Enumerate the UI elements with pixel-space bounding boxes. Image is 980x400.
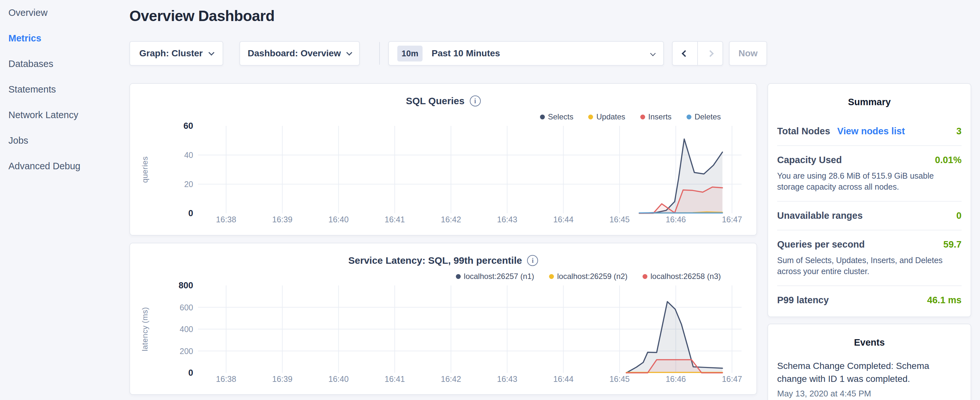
summary-panel-title: Summary [768, 84, 970, 107]
summary-row-label: Queries per second [777, 239, 865, 250]
event-text: Schema Change Completed: Schema change w… [777, 360, 932, 386]
chevron-left-icon [681, 50, 688, 57]
info-icon[interactable]: i [470, 96, 481, 107]
chart-title: Service Latency: SQL, 99th percentile [348, 255, 522, 266]
summary-row-label: Unavailable ranges [777, 210, 862, 221]
event-timestamp: May 13, 2020 at 4:45 PM [777, 389, 962, 399]
summary-row-total-nodes: Total Nodes View nodes list 3 [777, 117, 962, 146]
svg-text:16:45: 16:45 [609, 375, 630, 384]
summary-row-p99-latency: P99 latency 46.1 ms [777, 286, 962, 314]
svg-text:60: 60 [183, 121, 193, 131]
svg-text:16:44: 16:44 [553, 375, 574, 384]
svg-text:0: 0 [188, 368, 193, 378]
sidebar-item-metrics[interactable]: Metrics [0, 25, 129, 51]
overview-dashboard-page: Overview Metrics Databases Statements Ne… [0, 0, 980, 400]
sidebar: Overview Metrics Databases Statements Ne… [0, 0, 129, 400]
sidebar-item-advanced-debug[interactable]: Advanced Debug [0, 153, 129, 179]
svg-text:20: 20 [184, 180, 193, 189]
dashboard-dropdown-label: Dashboard: Overview [248, 48, 341, 59]
toolbar-divider [379, 42, 380, 65]
chevron-down-icon [650, 51, 656, 56]
svg-text:16:45: 16:45 [609, 215, 630, 224]
svg-text:16:41: 16:41 [385, 375, 405, 384]
time-pager [672, 41, 723, 66]
svg-text:400: 400 [180, 325, 193, 334]
summary-row-value: 3 [956, 126, 962, 137]
svg-text:16:38: 16:38 [216, 215, 237, 224]
svg-text:200: 200 [180, 347, 193, 356]
svg-text:16:38: 16:38 [216, 375, 237, 384]
graph-scope-dropdown-label: Graph: Cluster [139, 48, 202, 59]
time-range-dropdown[interactable]: 10m Past 10 Minutes [388, 41, 664, 66]
summary-row-unavailable-ranges: Unavailable ranges 0 [777, 202, 962, 230]
service-latency-chart-card: Service Latency: SQL, 99th percentile i … [129, 243, 757, 395]
chevron-down-icon [208, 49, 214, 55]
summary-row-label: P99 latency [777, 295, 829, 306]
summary-row-value: 46.1 ms [927, 295, 962, 306]
svg-text:600: 600 [180, 303, 193, 312]
svg-text:40: 40 [184, 150, 193, 159]
summary-panel: Summary Total Nodes View nodes list 3 Ca… [767, 83, 971, 317]
summary-row-description: You are using 28.6 MiB of 515.9 GiB usab… [777, 171, 962, 192]
svg-text:800: 800 [178, 280, 193, 290]
summary-row-value: 0 [956, 210, 962, 221]
svg-text:16:47: 16:47 [722, 215, 742, 224]
svg-text:16:40: 16:40 [328, 375, 349, 384]
summary-row-queries-per-second: Queries per second 59.7 Sum of Selects, … [777, 230, 962, 286]
sql-queries-chart-card: SQL Queries i SelectsUpdatesInsertsDelet… [129, 83, 757, 236]
graph-scope-dropdown[interactable]: Graph: Cluster [129, 41, 223, 66]
sidebar-item-databases[interactable]: Databases [0, 51, 129, 77]
sidebar-item-statements[interactable]: Statements [0, 77, 129, 102]
summary-row-capacity-used: Capacity Used 0.01% You are using 28.6 M… [777, 146, 962, 202]
svg-text:16:42: 16:42 [441, 375, 461, 384]
chevron-down-icon [347, 49, 352, 55]
view-nodes-list-link[interactable]: View nodes list [837, 126, 905, 137]
page-title: Overview Dashboard [129, 7, 275, 25]
time-range-label: Past 10 Minutes [431, 48, 500, 59]
now-button[interactable]: Now [729, 41, 767, 66]
svg-text:16:41: 16:41 [385, 215, 405, 224]
svg-text:16:40: 16:40 [328, 215, 349, 224]
sql-queries-chart[interactable]: 16:3816:3916:4016:4116:4216:4316:4416:45… [130, 119, 758, 233]
prev-time-button[interactable] [673, 42, 697, 65]
chevron-right-icon [706, 50, 713, 57]
svg-text:16:43: 16:43 [497, 215, 517, 224]
svg-text:16:42: 16:42 [441, 215, 461, 224]
summary-row-label: Capacity Used [777, 155, 842, 166]
svg-text:16:46: 16:46 [665, 375, 686, 384]
dashboard-dropdown[interactable]: Dashboard: Overview [239, 41, 360, 66]
sidebar-item-overview[interactable]: Overview [0, 0, 129, 25]
svg-text:16:43: 16:43 [497, 375, 517, 384]
svg-text:0: 0 [188, 209, 193, 218]
sidebar-item-jobs[interactable]: Jobs [0, 128, 129, 153]
sidebar-item-network-latency[interactable]: Network Latency [0, 102, 129, 128]
service-latency-chart[interactable]: 16:3816:3916:4016:4116:4216:4316:4416:45… [130, 278, 758, 392]
summary-row-value: 0.01% [935, 155, 962, 166]
next-time-button[interactable] [697, 42, 722, 65]
time-range-badge: 10m [397, 46, 423, 62]
svg-text:16:44: 16:44 [553, 215, 574, 224]
svg-text:16:39: 16:39 [272, 215, 293, 224]
svg-text:16:39: 16:39 [272, 375, 293, 384]
summary-row-label: Total Nodes [777, 126, 830, 137]
svg-text:16:46: 16:46 [665, 215, 686, 224]
summary-row-value: 59.7 [943, 239, 962, 250]
event-item: Schema Change Completed: Schema change w… [768, 348, 970, 399]
events-panel: Events Schema Change Completed: Schema c… [767, 324, 971, 400]
summary-row-description: Sum of Selects, Updates, Inserts, and De… [777, 255, 962, 277]
chart-title: SQL Queries [406, 96, 464, 107]
events-panel-title: Events [768, 324, 970, 348]
info-icon[interactable]: i [527, 255, 538, 266]
now-button-label: Now [738, 48, 757, 59]
svg-text:16:47: 16:47 [722, 375, 742, 384]
